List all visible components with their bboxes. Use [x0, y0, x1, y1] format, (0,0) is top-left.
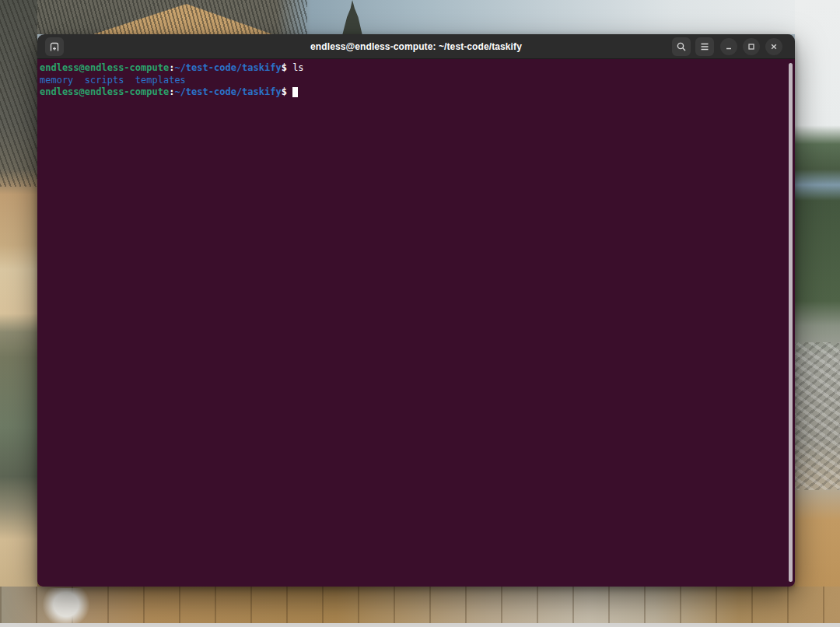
terminal-screen[interactable]: endless@endless-compute:~/test-code/task… [37, 59, 795, 587]
typed-command: ls [292, 62, 303, 73]
terminal-output-line: memoryscriptstemplates [40, 75, 793, 87]
maximize-button[interactable] [743, 38, 760, 55]
search-icon [676, 41, 687, 52]
menu-icon [699, 41, 710, 52]
scrollbar[interactable] [789, 63, 793, 582]
wallpaper-stick-roof [0, 0, 307, 34]
wallpaper-white-object [43, 588, 89, 627]
prompt-dollar: $ [282, 62, 287, 73]
terminal-window: endless@endless-compute: ~/test-code/tas… [37, 34, 795, 587]
terminal-cursor [292, 87, 298, 97]
titlebar[interactable]: endless@endless-compute: ~/test-code/tas… [37, 34, 795, 59]
close-icon [769, 42, 779, 51]
dir-entry: memory [40, 75, 73, 86]
wallpaper-plank-lines [0, 587, 840, 627]
prompt-dollar: $ [282, 86, 287, 97]
minimize-button[interactable] [720, 38, 737, 55]
terminal-prompt-line: endless@endless-compute:~/test-code/task… [40, 86, 793, 99]
screen-bottom-strip [0, 623, 840, 627]
wallpaper-left-sticks [0, 0, 37, 187]
terminal-prompt-line: endless@endless-compute:~/test-code/task… [40, 62, 793, 75]
dir-entry: scripts [85, 75, 124, 86]
desktop-background: endless@endless-compute: ~/test-code/tas… [0, 0, 840, 627]
close-button[interactable] [765, 38, 782, 55]
maximize-icon [747, 42, 756, 51]
wallpaper-right-rocks [795, 342, 840, 490]
prompt-user-host: endless@endless-compute [40, 62, 169, 73]
prompt-path: ~/test-code/taskify [174, 86, 281, 97]
search-button[interactable] [672, 37, 691, 56]
prompt-user-host: endless@endless-compute [40, 86, 169, 97]
menu-button[interactable] [695, 37, 714, 56]
prompt-path: ~/test-code/taskify [174, 62, 281, 73]
wallpaper-right-forest [795, 0, 840, 627]
minimize-icon [724, 42, 733, 51]
dir-entry: templates [135, 75, 186, 86]
